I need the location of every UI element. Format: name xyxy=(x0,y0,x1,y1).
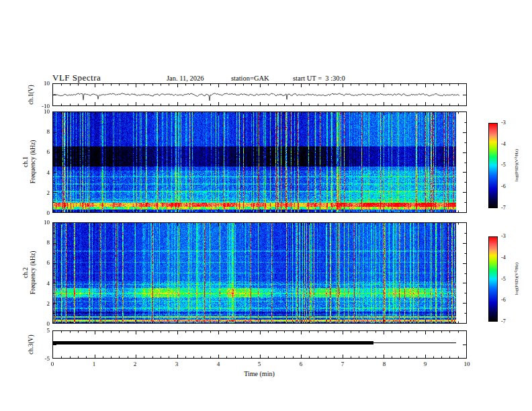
y-tick-label: 0 xyxy=(30,320,50,327)
y-tick-label: 10 xyxy=(30,108,50,115)
ch3-wave-axis-label: ch.3(V) xyxy=(28,334,35,354)
ch1-spec-frequency-label: Frequency (kHz) xyxy=(30,140,37,184)
plot-date: Jan. 11, 2026 xyxy=(167,75,204,82)
plot-title: VLF Spectra xyxy=(52,73,101,83)
plot-station: station=GAK xyxy=(231,75,269,82)
ch2-spectrogram-panel xyxy=(52,222,467,324)
colorbar-tick-label: -7 xyxy=(501,318,516,325)
colorbar-ch2-label: log(PSD)(V²/Hz) xyxy=(513,263,521,295)
ch3-waveform-plot xyxy=(53,331,466,358)
colorbar-tick-label: -7 xyxy=(501,205,516,212)
y-tick-label: 2 xyxy=(30,189,50,196)
y-tick-label: 8 xyxy=(30,239,50,246)
colorbar-ch1 xyxy=(488,123,498,208)
x-tick-label: 7 xyxy=(336,361,349,367)
y-tick-label: 2 xyxy=(30,300,50,307)
ch3-waveform-panel xyxy=(52,330,467,359)
x-tick-label: 5 xyxy=(253,361,266,367)
x-tick-label: 10 xyxy=(460,361,474,367)
y-tick-label: 8 xyxy=(30,128,50,135)
x-tick-label: 0 xyxy=(46,361,59,367)
y-tick-label: 5 xyxy=(30,327,50,334)
ch1-wave-axis-label: ch.1(V) xyxy=(28,85,35,104)
x-axis-label: Time (min) xyxy=(226,370,293,377)
x-tick-label: 1 xyxy=(87,361,101,367)
x-tick-label: 6 xyxy=(294,361,308,367)
ch1-spectrogram xyxy=(53,112,466,212)
colorbar-tick-label: -3 xyxy=(501,120,516,126)
vlf-spectra-plot: VLF Spectra Jan. 11, 2026 station=GAK st… xyxy=(0,0,532,411)
ch1-waveform-panel xyxy=(52,83,467,106)
ch2-spectrogram xyxy=(53,223,466,323)
colorbar-tick-label: -6 xyxy=(501,183,516,190)
y-tick-label: 6 xyxy=(30,148,50,155)
y-tick-label: 4 xyxy=(30,280,50,287)
y-tick-label: 6 xyxy=(30,259,50,266)
y-tick-label: 10 xyxy=(30,219,50,226)
x-tick-label: 4 xyxy=(212,361,225,367)
ch1-waveform-plot xyxy=(53,84,466,105)
x-tick-label: 2 xyxy=(128,361,142,367)
colorbar-tick-label: -6 xyxy=(501,297,516,304)
ch2-spec-axis-label: ch.2 Frequency (kHz) xyxy=(22,251,37,295)
x-tick-label: 9 xyxy=(418,361,432,367)
colorbar-tick-label: -4 xyxy=(501,255,516,261)
ch2-spec-frequency-label: Frequency (kHz) xyxy=(30,251,37,295)
ch2-spec-channel-label: ch.2 xyxy=(22,251,30,295)
ch1-spectrogram-panel xyxy=(52,111,467,213)
colorbar-tick-label: -3 xyxy=(501,233,516,240)
colorbar-tick-label: -4 xyxy=(501,141,516,148)
ch1-spec-channel-label: ch.1 xyxy=(22,140,30,184)
y-tick-label: 0 xyxy=(30,210,50,216)
colorbar-ch2 xyxy=(488,236,498,322)
plot-start-ut: start UT = 3 :30:0 xyxy=(293,75,345,82)
y-tick-label: 10 xyxy=(30,80,50,87)
ch1-spec-axis-label: ch.1 Frequency (kHz) xyxy=(22,140,37,184)
x-tick-label: 8 xyxy=(378,361,391,367)
colorbar-ch1-label: log(PSD)(V²/Hz) xyxy=(513,149,521,181)
y-tick-label: 4 xyxy=(30,169,50,176)
x-tick-label: 3 xyxy=(170,361,183,367)
